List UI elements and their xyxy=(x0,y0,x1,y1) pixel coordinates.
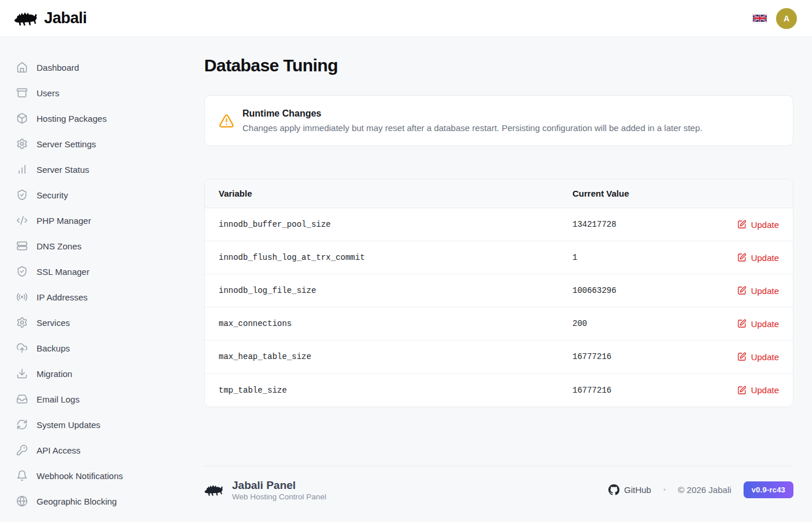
bar-chart-icon xyxy=(16,164,28,175)
update-button[interactable]: Update xyxy=(737,286,779,296)
inbox-icon xyxy=(16,393,28,405)
variables-table: Variable Current Value innodb_buffer_poo… xyxy=(204,179,793,407)
update-label: Update xyxy=(751,286,779,296)
sidebar-item-backups[interactable]: Backups xyxy=(0,335,186,361)
dot-separator: • xyxy=(664,486,666,494)
sidebar-item-label: Security xyxy=(37,190,68,200)
variable-name: tmp_table_size xyxy=(219,386,572,395)
variable-value: 100663296 xyxy=(572,286,737,295)
sidebar-item-migration[interactable]: Migration xyxy=(0,361,186,386)
sidebar-item-dashboard[interactable]: Dashboard xyxy=(0,55,186,80)
sidebar-item-label: DNS Zones xyxy=(37,241,82,251)
sidebar-item-users[interactable]: Users xyxy=(0,80,186,106)
code-icon xyxy=(16,215,28,226)
variable-name: innodb_log_file_size xyxy=(219,286,572,295)
sidebar-item-label: Email Logs xyxy=(37,394,79,404)
table-row: innodb_flush_log_at_trx_commit 1 Update xyxy=(205,241,793,274)
sidebar-item-label: API Access xyxy=(37,445,81,455)
sidebar-item-email-logs[interactable]: Email Logs xyxy=(0,386,186,412)
gear-icon xyxy=(16,317,28,328)
sidebar-item-security[interactable]: Security xyxy=(0,182,186,208)
server-stack-icon xyxy=(16,240,28,252)
footer-links: GitHub • © 2026 Jabali v0.9-rc43 xyxy=(608,481,793,498)
variable-value: 1 xyxy=(572,253,737,262)
table-row: tmp_table_size 16777216 Update xyxy=(205,374,793,407)
footer-tagline: Web Hosting Control Panel xyxy=(232,492,327,501)
edit-pencil-icon xyxy=(737,253,746,262)
column-header-variable: Variable xyxy=(219,188,572,198)
runtime-changes-notice: Runtime Changes Changes apply immediatel… xyxy=(204,95,793,146)
table-row: innodb_log_file_size 100663296 Update xyxy=(205,274,793,307)
notice-text: Runtime Changes Changes apply immediatel… xyxy=(242,108,702,133)
notice-title: Runtime Changes xyxy=(242,108,702,119)
brand-link[interactable]: Jabali xyxy=(14,9,87,28)
variable-value: 200 xyxy=(572,319,737,328)
update-button[interactable]: Update xyxy=(737,220,779,230)
key-icon xyxy=(16,444,28,456)
table-header-row: Variable Current Value xyxy=(205,179,793,208)
broadcast-icon xyxy=(16,291,28,303)
footer-brand-text: Jabali Panel Web Hosting Control Panel xyxy=(232,478,327,501)
sidebar-item-label: Services xyxy=(37,318,70,328)
sidebar-item-hosting-packages[interactable]: Hosting Packages xyxy=(0,106,186,131)
table-row: max_heap_table_size 16777216 Update xyxy=(205,340,793,374)
sidebar-item-label: Dashboard xyxy=(37,63,79,72)
brand-name: Jabali xyxy=(44,9,87,27)
sidebar-item-dns-zones[interactable]: DNS Zones xyxy=(0,233,186,259)
sidebar-item-label: Users xyxy=(37,88,59,98)
edit-pencil-icon xyxy=(737,319,746,328)
variable-value: 16777216 xyxy=(572,386,737,395)
notice-body: Changes apply immediately but may reset … xyxy=(242,123,702,133)
language-flag-icon[interactable] xyxy=(753,13,767,23)
sidebar-item-label: Backups xyxy=(37,343,70,353)
table-row: innodb_buffer_pool_size 134217728 Update xyxy=(205,208,793,241)
update-button[interactable]: Update xyxy=(737,319,779,329)
github-label: GitHub xyxy=(624,485,651,495)
edit-pencil-icon xyxy=(737,220,746,229)
variable-name: max_heap_table_size xyxy=(219,352,572,361)
header-actions: A xyxy=(753,8,797,29)
variable-value: 16777216 xyxy=(572,352,737,361)
github-link[interactable]: GitHub xyxy=(608,484,651,495)
package-icon xyxy=(16,113,28,124)
sidebar-item-label: Webhook Notifications xyxy=(37,471,123,481)
sidebar-item-services[interactable]: Services xyxy=(0,310,186,335)
sidebar-item-php-manager[interactable]: PHP Manager xyxy=(0,208,186,233)
page-layout: Dashboard Users Hosting Packages Server … xyxy=(0,37,812,522)
sidebar-item-system-updates[interactable]: System Updates xyxy=(0,412,186,437)
sidebar-item-ssl-manager[interactable]: SSL Manager xyxy=(0,259,186,284)
sidebar-item-ip-addresses[interactable]: IP Addresses xyxy=(0,284,186,310)
cloud-upload-icon xyxy=(16,342,28,354)
sidebar-nav: Dashboard Users Hosting Packages Server … xyxy=(0,37,186,522)
page-title: Database Tuning xyxy=(204,56,793,75)
variable-name: innodb_buffer_pool_size xyxy=(219,220,572,229)
download-icon xyxy=(16,368,28,379)
sidebar-item-server-status[interactable]: Server Status xyxy=(0,157,186,182)
update-label: Update xyxy=(751,352,779,362)
sidebar-item-label: PHP Manager xyxy=(37,216,91,226)
update-button[interactable]: Update xyxy=(737,352,779,362)
sidebar-item-label: SSL Manager xyxy=(37,267,89,277)
sidebar-item-webhook-notifications[interactable]: Webhook Notifications xyxy=(0,463,186,488)
boar-logo-icon xyxy=(14,9,38,28)
bell-icon xyxy=(16,470,28,481)
sidebar-item-geographic-blocking[interactable]: Geographic Blocking xyxy=(0,488,186,514)
edit-pencil-icon xyxy=(737,286,746,295)
user-avatar[interactable]: A xyxy=(776,8,797,29)
app-header: Jabali A xyxy=(0,0,812,37)
uk-flag-icon xyxy=(753,13,767,23)
sidebar-item-api-access[interactable]: API Access xyxy=(0,437,186,463)
edit-pencil-icon xyxy=(737,386,746,395)
archive-icon xyxy=(16,87,28,99)
sidebar-item-label: Geographic Blocking xyxy=(37,496,117,506)
copyright-text: © 2026 Jabali xyxy=(678,485,731,495)
sidebar-item-server-settings[interactable]: Server Settings xyxy=(0,131,186,157)
update-button[interactable]: Update xyxy=(737,253,779,263)
sidebar-item-label: System Updates xyxy=(37,420,100,430)
sidebar-item-label: Hosting Packages xyxy=(37,114,107,124)
shield-check-icon xyxy=(16,266,28,277)
update-button[interactable]: Update xyxy=(737,385,779,395)
footer-brand-name: Jabali Panel xyxy=(232,478,327,492)
version-badge: v0.9-rc43 xyxy=(744,481,793,498)
home-icon xyxy=(16,61,28,73)
